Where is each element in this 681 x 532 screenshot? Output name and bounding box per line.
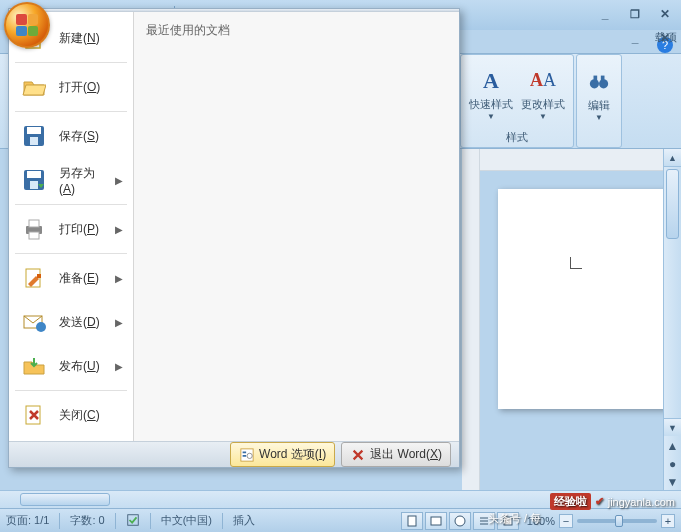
edit-button[interactable]: 编辑 ▼ <box>585 68 613 122</box>
vscroll-thumb[interactable] <box>666 169 679 239</box>
close-button[interactable]: ✕ <box>655 6 675 22</box>
svg-point-21 <box>36 322 46 332</box>
zoom-in-button[interactable]: + <box>661 514 675 528</box>
scroll-up-button[interactable]: ▲ <box>664 149 681 167</box>
proofing-icon[interactable] <box>126 513 140 529</box>
change-styles-label: 更改样式 <box>521 97 565 112</box>
office-menu-items: 新建(N) 打开(O) 保存(S) 另存为(A) ▶ 打印(P) ▶ <box>9 12 133 441</box>
chevron-right-icon: ▶ <box>115 317 123 328</box>
menu-item-publish[interactable]: 发布(U) ▶ <box>9 344 133 388</box>
prev-page-button[interactable]: ▲ <box>666 438 679 454</box>
ribbon-group-edit: 编辑 ▼ <box>576 54 622 148</box>
svg-rect-19 <box>37 274 41 278</box>
menu-publish-label: 发布(U) <box>59 358 105 375</box>
page-margin-corner-icon <box>570 257 582 269</box>
menu-saveas-label: 另存为(A) <box>59 165 105 196</box>
next-page-button[interactable]: ▼ <box>666 474 679 490</box>
zoom-out-button[interactable]: − <box>559 514 573 528</box>
browse-object-button[interactable]: ● <box>666 456 679 472</box>
svg-rect-11 <box>30 137 38 145</box>
menu-item-close[interactable]: 关闭(C) <box>9 393 133 437</box>
status-word-count[interactable]: 字数: 0 <box>70 513 104 528</box>
menu-open-label: 打开(O) <box>59 79 123 96</box>
zoom-slider-thumb[interactable] <box>615 515 623 527</box>
styles-group-label: 样式 <box>506 128 528 145</box>
view-fullscreen-button[interactable] <box>425 512 447 530</box>
scroll-down-button[interactable]: ▼ <box>664 418 681 436</box>
svg-rect-25 <box>243 455 247 457</box>
doc-minimize-button[interactable]: _ <box>625 30 645 46</box>
ribbon-group-styles: A 快速样式 ▼ AA 更改样式 ▼ 样式 <box>460 54 574 148</box>
menu-separator <box>15 111 127 112</box>
chevron-down-icon: ▼ <box>539 112 547 121</box>
style-a-icon: A <box>477 67 505 95</box>
status-bar: 页面: 1/1 字数: 0 中文(中国) 插入 100% − + <box>0 508 681 532</box>
recent-documents-panel: 最近使用的文档 <box>133 12 459 441</box>
edit-group-label <box>597 131 600 145</box>
menu-item-saveas[interactable]: 另存为(A) ▶ <box>9 158 133 202</box>
quick-styles-button[interactable]: A 快速样式 ▼ <box>469 67 513 121</box>
menu-separator <box>15 204 127 205</box>
recent-documents-header: 最近使用的文档 <box>146 22 447 39</box>
zoom-slider[interactable] <box>577 519 657 523</box>
svg-rect-5 <box>594 76 598 82</box>
menu-separator <box>15 390 127 391</box>
menu-item-save[interactable]: 保存(S) <box>9 114 133 158</box>
status-insert-mode[interactable]: 插入 <box>233 513 255 528</box>
svg-rect-6 <box>601 76 605 82</box>
binoculars-icon <box>585 68 613 96</box>
change-styles-button[interactable]: AA 更改样式 ▼ <box>521 67 565 121</box>
watermark-site: jingyanla.com <box>608 496 675 508</box>
status-page[interactable]: 页面: 1/1 <box>6 513 49 528</box>
vertical-ruler[interactable] <box>462 149 480 490</box>
svg-rect-10 <box>27 127 41 134</box>
vertical-scrollbar[interactable]: ▲ ▼ ▲ ● ▼ <box>663 149 681 490</box>
menu-item-prepare[interactable]: 准备(E) ▶ <box>9 256 133 300</box>
toutiao-watermark: 头条号 / 每 <box>488 511 541 526</box>
svg-rect-28 <box>408 516 416 526</box>
restore-button[interactable]: ❐ <box>625 6 645 22</box>
status-separator <box>150 513 151 529</box>
status-separator <box>115 513 116 529</box>
menu-item-print[interactable]: 打印(P) ▶ <box>9 207 133 251</box>
publish-icon <box>19 351 49 381</box>
exit-icon <box>350 447 366 463</box>
save-icon <box>19 121 49 151</box>
horizontal-ruler[interactable] <box>480 149 663 171</box>
word-options-button[interactable]: Word 选项(I) <box>230 442 335 467</box>
svg-point-30 <box>455 516 465 526</box>
menu-new-label: 新建(N) <box>59 30 123 47</box>
menu-prepare-label: 准备(E) <box>59 270 105 287</box>
svg-rect-24 <box>243 451 247 453</box>
exit-word-button[interactable]: 退出 Word(X) <box>341 442 451 467</box>
document-page[interactable] <box>498 189 663 409</box>
chevron-right-icon: ▶ <box>115 175 123 186</box>
document-pane[interactable] <box>480 171 663 490</box>
status-language[interactable]: 中文(中国) <box>161 513 212 528</box>
hscroll-thumb[interactable] <box>20 493 110 506</box>
chevron-right-icon: ▶ <box>115 273 123 284</box>
svg-rect-17 <box>29 232 39 239</box>
menu-print-label: 打印(P) <box>59 221 105 238</box>
exit-word-label: 退出 Word(X) <box>370 446 442 463</box>
office-button[interactable] <box>4 2 50 48</box>
printer-icon <box>19 214 49 244</box>
site-watermark: 经验啦 ✔ jingyanla.com <box>550 493 675 510</box>
menu-close-label: 关闭(C) <box>59 407 123 424</box>
saveas-icon <box>19 165 49 195</box>
ribbon-tab-label[interactable]: 载项 <box>655 30 677 45</box>
view-web-layout-button[interactable] <box>449 512 471 530</box>
menu-separator <box>15 62 127 63</box>
send-icon <box>19 307 49 337</box>
menu-item-open[interactable]: 打开(O) <box>9 65 133 109</box>
menu-item-send[interactable]: 发送(D) ▶ <box>9 300 133 344</box>
view-print-layout-button[interactable] <box>401 512 423 530</box>
minimize-button[interactable]: _ <box>595 6 615 22</box>
menu-separator <box>15 253 127 254</box>
word-options-label: Word 选项(I) <box>259 446 326 463</box>
options-icon <box>239 447 255 463</box>
style-aa-icon: AA <box>529 67 557 95</box>
prepare-icon <box>19 263 49 293</box>
status-separator <box>59 513 60 529</box>
menu-save-label: 保存(S) <box>59 128 123 145</box>
